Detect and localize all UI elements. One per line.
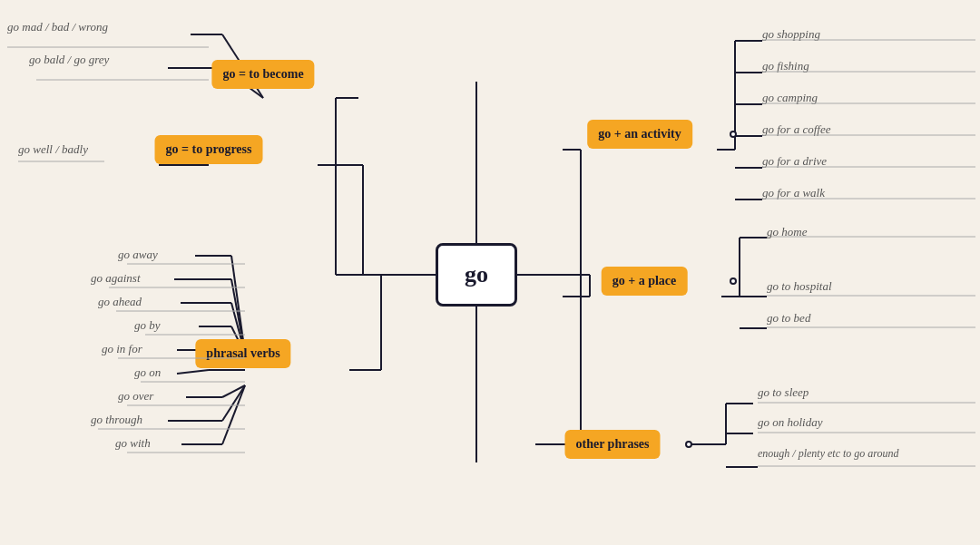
leaf-go-on: go on: [134, 365, 161, 380]
leaf-go-coffee: go for a coffee: [762, 122, 830, 137]
leaf-go-camping: go camping: [762, 91, 818, 105]
place-label: go + a place: [612, 274, 677, 288]
leaf-go-holiday: go on holiday: [758, 415, 823, 430]
leaf-go-home: go home: [767, 225, 807, 239]
leaf-go-mad: go mad / bad / wrong: [7, 20, 108, 34]
leaf-go-fishing: go fishing: [762, 59, 809, 73]
center-node: go: [436, 243, 517, 307]
leaf-go-with: go with: [115, 436, 151, 451]
leaf-go-against: go against: [91, 271, 141, 286]
center-label: go: [465, 261, 488, 288]
phrasal-label: phrasal verbs: [206, 346, 279, 361]
progress-label: go = to progress: [166, 142, 252, 157]
leaf-go-by: go by: [134, 318, 161, 333]
activity-node: go + an activity: [587, 120, 692, 149]
leaf-go-through: go through: [91, 413, 142, 427]
activity-dot: [730, 131, 737, 138]
leaf-go-well: go well / badly: [18, 142, 88, 157]
place-dot: [730, 277, 737, 285]
place-node: go + a place: [602, 267, 688, 296]
other-dot: [685, 441, 692, 448]
svg-line-26: [177, 370, 209, 374]
leaf-go-hospital: go to hospital: [767, 279, 832, 294]
activity-label: go + an activity: [598, 127, 681, 141]
leaf-go-in-for: go in for: [102, 342, 142, 356]
leaf-go-away: go away: [118, 248, 158, 262]
other-node: other phrases: [564, 430, 660, 459]
progress-node: go = to progress: [155, 135, 263, 164]
leaf-go-shopping: go shopping: [762, 27, 820, 42]
become-label: go = to become: [222, 67, 303, 82]
leaf-enough-plenty: enough / plenty etc to go around: [758, 447, 899, 461]
become-node: go = to become: [211, 60, 314, 89]
leaf-go-drive: go for a drive: [762, 154, 827, 169]
leaf-go-walk: go for a walk: [762, 186, 825, 200]
leaf-go-bed: go to bed: [767, 311, 810, 326]
leaf-go-sleep: go to sleep: [758, 385, 808, 400]
leaf-go-over: go over: [118, 389, 153, 404]
phrasal-node: phrasal verbs: [195, 339, 290, 368]
other-label: other phrases: [575, 437, 649, 452]
leaf-go-ahead: go ahead: [98, 295, 142, 309]
leaf-go-bald: go bald / go grey: [29, 53, 109, 67]
